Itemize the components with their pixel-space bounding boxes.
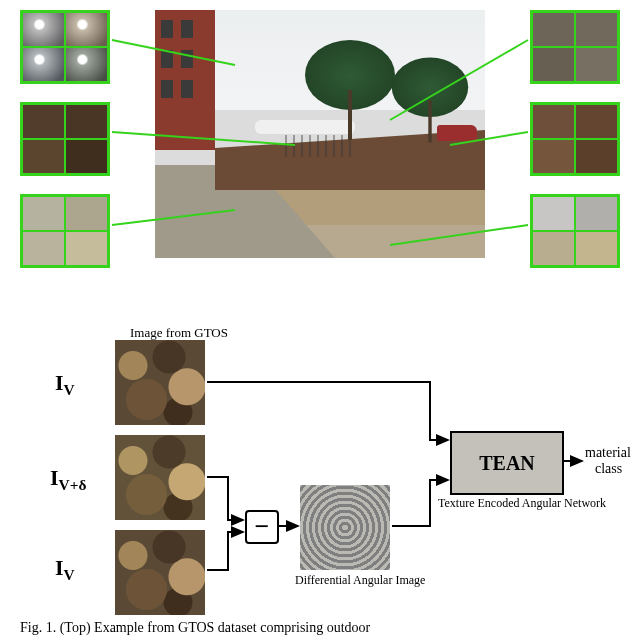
bottom-diagram: Image from GTOS IV IV+δ IV − Differentia…	[50, 330, 620, 610]
figure-caption: Fig. 1. (Top) Example from GTOS dataset …	[20, 620, 370, 636]
patch-gravel	[20, 194, 110, 268]
left-patch-column	[20, 10, 110, 268]
patch-mulch	[20, 102, 110, 176]
patch-concrete	[530, 194, 620, 268]
diagram-arrows	[50, 330, 620, 610]
scene-photo	[155, 10, 485, 258]
top-section	[20, 10, 620, 310]
right-patch-column	[530, 10, 620, 268]
patch-spheres	[20, 10, 110, 84]
patch-soil	[530, 102, 620, 176]
patch-asphalt	[530, 10, 620, 84]
figure-1: Image from GTOS IV IV+δ IV − Differentia…	[20, 10, 620, 620]
